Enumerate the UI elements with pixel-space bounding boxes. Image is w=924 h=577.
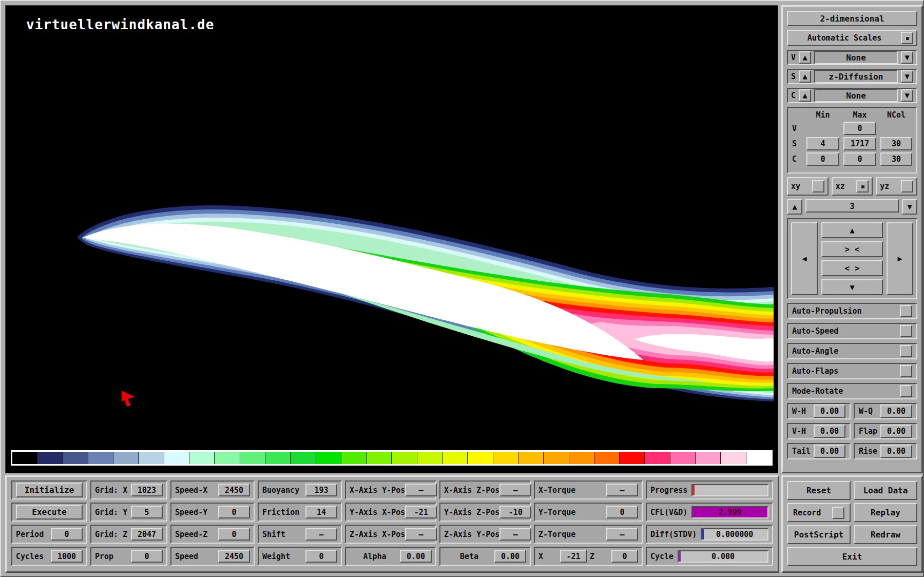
s-min-field[interactable]: 4: [806, 137, 839, 150]
y-torque-value[interactable]: 0: [606, 506, 638, 518]
x-pos-value[interactable]: -21: [560, 550, 587, 563]
v-dropdown-button[interactable]: ▼: [901, 51, 913, 64]
auto-propulsion-indicator[interactable]: [900, 305, 912, 317]
control-panel-bottom: Initialize Grid: X1023 Speed-X2450 Buoya…: [5, 475, 779, 573]
c-dropdown-button[interactable]: ▼: [901, 89, 913, 102]
cycles-value[interactable]: 1000: [51, 550, 83, 563]
vh-label: V-H: [792, 427, 806, 436]
c-up-button[interactable]: ▲: [799, 89, 811, 102]
grid-y-value[interactable]: 5: [131, 506, 163, 518]
speed-x-cell: Speed-X2450: [170, 480, 255, 499]
postscript-button[interactable]: PostScript: [787, 525, 851, 544]
z-axis-x-pos-value[interactable]: —: [405, 528, 437, 541]
plane-xz-toggle[interactable]: xz: [832, 177, 873, 196]
s-max-field[interactable]: 1717: [843, 137, 876, 150]
beta-value[interactable]: 0.00: [494, 550, 526, 563]
plane-xy-toggle[interactable]: xy: [787, 177, 829, 196]
dimension-mode-button[interactable]: 2-dimensional: [787, 11, 917, 26]
speed-z-cell: Speed-Z0: [170, 525, 255, 544]
speed-value[interactable]: 2450: [218, 550, 250, 563]
s-dropdown-button[interactable]: ▼: [901, 70, 913, 83]
automatic-scales-toggle[interactable]: Automatic Scales: [787, 30, 917, 46]
period-value[interactable]: 0: [51, 528, 83, 541]
mode-rotate-toggle[interactable]: Mode-Rotate: [787, 383, 917, 399]
replay-button[interactable]: Replay: [854, 503, 917, 522]
auto-angle-toggle[interactable]: Auto-Angle: [787, 343, 917, 359]
execute-button[interactable]: Execute: [16, 505, 83, 520]
buoyancy-value[interactable]: 193: [305, 484, 337, 496]
auto-speed-toggle[interactable]: Auto-Speed: [787, 323, 917, 339]
c-ncol-field[interactable]: 30: [880, 152, 912, 166]
y-axis-z-pos-value[interactable]: -10: [499, 506, 531, 518]
record-toggle[interactable]: Record: [787, 503, 851, 522]
layer-value-field[interactable]: 3: [805, 199, 899, 213]
prop-value[interactable]: 0: [131, 550, 163, 563]
z-torque-value[interactable]: —: [606, 528, 638, 541]
pan-right-button[interactable]: ▶: [887, 222, 913, 295]
flap-value[interactable]: 0.00: [880, 425, 912, 438]
grid-x-cell: Grid: X1023: [90, 480, 167, 499]
x-axis-z-pos-value[interactable]: —: [499, 484, 531, 496]
s-field[interactable]: z-Diffusion: [814, 70, 898, 83]
pan-up-button[interactable]: ▲: [821, 222, 883, 238]
load-data-button[interactable]: Load Data: [854, 481, 917, 500]
wq-value[interactable]: 0.00: [880, 405, 912, 418]
layer-down-button[interactable]: ▼: [902, 199, 917, 215]
redraw-button[interactable]: Redraw: [854, 525, 917, 544]
record-indicator[interactable]: [832, 507, 844, 519]
x-torque-value[interactable]: —: [606, 484, 638, 496]
auto-propulsion-toggle[interactable]: Auto-Propulsion: [787, 303, 917, 319]
diff-tick: [702, 529, 704, 540]
c-field[interactable]: None: [814, 89, 898, 102]
zoom-out-button[interactable]: < >: [821, 260, 883, 276]
initialize-button[interactable]: Initialize: [16, 483, 83, 497]
layer-up-button[interactable]: ▲: [787, 199, 802, 215]
auto-flaps-toggle[interactable]: Auto-Flaps: [787, 363, 917, 379]
v-field[interactable]: None: [814, 51, 898, 64]
pan-down-button[interactable]: ▼: [821, 279, 883, 295]
x-axis-y-pos-value[interactable]: —: [405, 484, 437, 496]
grid-z-value[interactable]: 2047: [131, 528, 163, 541]
auto-speed-indicator[interactable]: [900, 325, 912, 337]
v-max-field[interactable]: 0: [843, 122, 876, 135]
shift-value[interactable]: —: [305, 528, 337, 541]
c-max-field[interactable]: 0: [843, 152, 876, 166]
exit-button[interactable]: Exit: [787, 547, 917, 566]
s-ncol-field[interactable]: 30: [880, 137, 912, 150]
auto-angle-indicator[interactable]: [900, 345, 912, 357]
vh-value[interactable]: 0.00: [814, 425, 845, 438]
friction-value[interactable]: 14: [305, 506, 337, 518]
z-axis-y-pos-value[interactable]: —: [499, 528, 531, 541]
tail-value[interactable]: 0.00: [814, 445, 845, 458]
xy-indicator[interactable]: [812, 180, 824, 193]
speed-x-value[interactable]: 2450: [218, 484, 250, 496]
diff-bar: 0.000000: [701, 528, 768, 541]
alpha-value[interactable]: 0.00: [400, 550, 432, 563]
grid-x-value[interactable]: 1023: [131, 484, 163, 496]
simulation-viewport[interactable]: virtuellerwindkanal.de: [5, 5, 778, 473]
v-up-button[interactable]: ▲: [799, 51, 811, 64]
colorbar-segment: [88, 452, 113, 464]
c-min-field[interactable]: 0: [806, 152, 839, 166]
rise-value[interactable]: 0.00: [880, 445, 912, 458]
pan-left-button[interactable]: ◀: [791, 222, 818, 295]
s-up-button[interactable]: ▲: [799, 70, 811, 83]
xz-indicator[interactable]: [856, 180, 869, 193]
yz-indicator[interactable]: [901, 180, 913, 193]
reset-button[interactable]: Reset: [787, 481, 851, 500]
grid-y-cell: Grid: Y5: [90, 503, 167, 522]
z-pos-value[interactable]: 0: [611, 550, 638, 563]
down-arrow-icon: ▼: [904, 54, 909, 61]
speed-z-value[interactable]: 0: [218, 528, 250, 541]
grid-x-label: Grid: X: [95, 486, 127, 495]
zoom-in-button[interactable]: > <: [821, 241, 883, 257]
auto-flaps-indicator[interactable]: [900, 365, 912, 377]
mode-rotate-indicator[interactable]: [900, 385, 912, 397]
y-axis-x-pos-value[interactable]: -21: [405, 506, 437, 518]
wh-value[interactable]: 0.00: [814, 405, 845, 418]
weight-value[interactable]: 0: [305, 550, 337, 563]
up-arrow-icon: ▲: [850, 227, 854, 234]
plane-yz-toggle[interactable]: yz: [876, 177, 917, 196]
automatic-scales-indicator[interactable]: [901, 32, 913, 44]
speed-y-value[interactable]: 0: [218, 506, 250, 518]
